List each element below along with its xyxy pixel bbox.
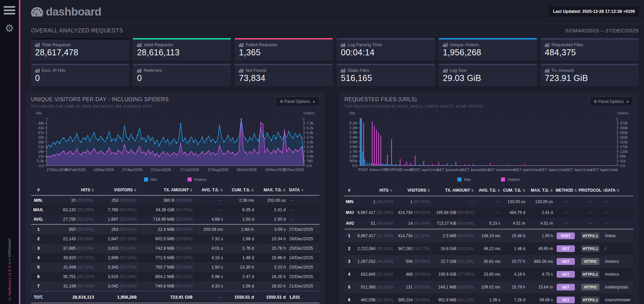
table-cell: 27/Dec/2025 bbox=[287, 224, 319, 234]
stat-card-label: Valid Requests bbox=[137, 42, 227, 47]
column-header-avg-t-s-[interactable]: AVG. T.S.⇅ bbox=[194, 185, 225, 195]
table-cell: GET bbox=[554, 255, 577, 268]
table-cell: 749.8 MiB (00.10%) bbox=[138, 281, 194, 291]
table-row[interactable]: 22,722,084 (09.51%)367,262 (18.77%)16.8 … bbox=[344, 242, 633, 255]
bar-chart-icon bbox=[443, 43, 448, 47]
table-cell: 3,042 (00.16%) bbox=[96, 281, 138, 291]
column-header-tx-amount[interactable]: TX. AMOUNT⇅ bbox=[138, 185, 194, 195]
requested-files-chart[interactable]: 0.00.0900k41k1.8M83k2.7M120k3.6M170k4.5M… bbox=[344, 116, 633, 175]
svg-text:7.0k: 7.0k bbox=[307, 121, 314, 125]
table-cell: — bbox=[554, 218, 577, 229]
table-cell: 4.18 h bbox=[502, 268, 527, 281]
stat-card-value: 73,834 bbox=[239, 73, 329, 83]
menu-icon[interactable] bbox=[4, 6, 15, 15]
table-cell: 2,722,084 (09.51%) bbox=[354, 242, 394, 255]
table-row[interactable]: 731,199 (00.11%)3,042 (00.16%)749.8 MiB … bbox=[31, 281, 319, 291]
right-axis-label: Visitors bbox=[617, 111, 628, 115]
column-header-method[interactable]: METHOD⇅ bbox=[554, 185, 577, 196]
table-cell: MIN. bbox=[344, 196, 354, 207]
table-row[interactable]: 6462,036 (01.61%)385,224 (19.69%)901.9 M… bbox=[344, 294, 633, 304]
column-header-data[interactable]: DATA▼ bbox=[287, 185, 319, 195]
table-cell: 133.00 us bbox=[502, 196, 527, 207]
protocol-badge: HTTP/1.1 bbox=[581, 232, 599, 239]
table-row[interactable]: 337,985 (00.13%)3,610 (00.18%)742.8 MiB … bbox=[31, 244, 319, 253]
table-row[interactable]: 1850 (00.00%)253 (00.01%)22.4 MiB (00.00… bbox=[31, 224, 319, 234]
table-cell: MIN. bbox=[31, 195, 46, 205]
legend-swatch bbox=[457, 177, 461, 182]
table-row[interactable]: 4632,645 (02.21%)488 (00.02%)195.9 GiB (… bbox=[344, 268, 633, 281]
gwsocket-link[interactable]: GWSocket bbox=[7, 239, 11, 257]
panel-header: UNIQUE VISITORS PER DAY - INCLUDING SPID… bbox=[31, 96, 319, 108]
table-cell: 30,820 (00.11%) bbox=[46, 253, 96, 262]
table-cell: 195.88 GiB (59.45%) bbox=[431, 207, 475, 218]
svg-text:1.8M: 1.8M bbox=[349, 154, 357, 158]
table-row[interactable]: 18,967,417 (31.34%)414,734 (21.20%)2.3 M… bbox=[344, 229, 633, 242]
table-row[interactable]: 5521,368 (01.82%)131 (00.01%)149.1 MiB (… bbox=[344, 281, 633, 294]
legend-item: Hits bbox=[457, 177, 471, 182]
column-header--[interactable]: # bbox=[344, 185, 354, 196]
column-header-hits[interactable]: HITS▼ bbox=[354, 185, 394, 196]
table-cell: 22.7 GiB (03.13%) bbox=[431, 255, 475, 268]
panel-title: REQUESTED FILES (URLS) bbox=[344, 96, 483, 103]
table-cell: 8,967,417 (31.34%) bbox=[354, 229, 394, 242]
table-row[interactable]: 31,267,032 (04.43%)508 (00.03%)22.7 GiB … bbox=[344, 255, 633, 268]
table-cell: 16.52 h bbox=[256, 281, 287, 291]
panel-options-button[interactable]: ⚙ Panel Options ▼ bbox=[276, 96, 319, 107]
column-header-cum-t-s-[interactable]: CUM. T.S.⇅ bbox=[502, 185, 527, 196]
table-cell: 149.1 MiB (00.02%) bbox=[431, 281, 475, 294]
method-badge: GET bbox=[557, 271, 575, 278]
caret-down-icon: ▼ bbox=[312, 100, 315, 104]
column-header-data[interactable]: DATA⇅ bbox=[604, 185, 633, 196]
column-header-hits[interactable]: HITS⇅ bbox=[46, 185, 96, 195]
table-cell: — bbox=[554, 207, 577, 218]
table-cell: 37,985 (00.13%) bbox=[46, 244, 96, 253]
table-row[interactable]: 635,751 (00.12%)3,515 (00.18%)854.2 MiB … bbox=[31, 272, 319, 281]
column-header-visitors[interactable]: VISITORS⇅ bbox=[394, 185, 431, 196]
protocol-badge: HTTP/2 bbox=[581, 258, 599, 265]
svg-text:210k: 210k bbox=[620, 140, 628, 144]
footer-credit: by GoAccess v1.9.4 and GWSocket bbox=[7, 239, 11, 301]
column-header-protocol[interactable]: PROTOCOL⇅ bbox=[577, 185, 604, 196]
stat-card-value: 1,956,268 bbox=[443, 48, 533, 57]
table-cell: 1.36 s bbox=[475, 294, 502, 304]
table-cell: 7.32 s bbox=[194, 234, 225, 244]
column-header-max-t-s-[interactable]: MAX. T.S.⇅ bbox=[527, 185, 554, 196]
column-header-max-t-s-[interactable]: MAX. T.S.⇅ bbox=[256, 185, 287, 195]
column-header--[interactable]: # bbox=[31, 185, 46, 195]
table-cell: 2.38 ms bbox=[225, 195, 256, 205]
gear-icon: ⚙ bbox=[280, 99, 283, 104]
goaccess-link[interactable]: GoAccess v1.9.4 bbox=[7, 266, 11, 296]
table-cell: 2.47 d bbox=[225, 272, 256, 281]
table-cell: 149.10 ms bbox=[475, 229, 502, 242]
table-cell: 1.88 d bbox=[225, 234, 256, 244]
column-header-avg-t-s-[interactable]: AVG. T.S.⇅ bbox=[475, 185, 502, 196]
table-row[interactable]: 531,946 (00.11%)3,343 (00.17%)750.7 MiB … bbox=[31, 262, 319, 272]
panel-options-button[interactable]: ⚙ Panel Options ▼ bbox=[589, 96, 633, 107]
summary-body: MIN.20 (00.00%)253 (00.01%)380 B (00.00%… bbox=[31, 195, 319, 224]
table-cell: 2,898 (00.15%) bbox=[96, 253, 138, 262]
table-cell: HTTP/2 bbox=[577, 281, 604, 294]
visitors-per-day-chart[interactable]: 0.00.05.3k78011k1.6k16k2.3k21k3.1k26k3.9… bbox=[31, 116, 319, 175]
svg-text:GET /api/v1/stat: GET /api/v1/stat bbox=[591, 168, 618, 172]
table-row[interactable]: 430,820 (00.11%)2,898 (00.15%)771.5 MiB … bbox=[31, 253, 319, 262]
table-cell: 1.48 d bbox=[225, 253, 256, 262]
table-cell: — bbox=[475, 196, 502, 207]
main-content: dashboard Last Updated: 2025-12-28 17:12… bbox=[20, 0, 644, 304]
table-cell: 4.68 s bbox=[194, 215, 225, 224]
table-cell: 713.27 KiB (00.00%) bbox=[431, 218, 475, 229]
table-cell: 3,610 (00.18%) bbox=[96, 244, 138, 253]
settings-gear-icon[interactable]: ⚙ bbox=[0, 23, 19, 33]
table-cell: 750.7 MiB (00.10%) bbox=[138, 262, 194, 272]
table-cell: 1550.51 d bbox=[256, 291, 287, 303]
stat-card-label: Total Requests bbox=[35, 42, 125, 47]
column-header-cum-t-s-[interactable]: CUM. T.S.⇅ bbox=[225, 185, 256, 195]
table-row[interactable]: 222,143 (00.08%)2,847 (00.15%)602.5 MiB … bbox=[31, 234, 319, 244]
bar-chart-icon bbox=[35, 68, 40, 73]
rows-body: 1850 (00.00%)253 (00.01%)22.4 MiB (00.00… bbox=[31, 224, 319, 303]
column-header-visitors[interactable]: VISITORS⇅ bbox=[96, 185, 138, 195]
method-badge: GET bbox=[557, 297, 575, 303]
table-cell: 6 bbox=[344, 294, 354, 304]
stat-card: Tx. Amount723.91 GiB bbox=[541, 64, 639, 86]
column-header-tx-amount[interactable]: TX. AMOUNT⇅ bbox=[431, 185, 475, 196]
svg-text:5.4k: 5.4k bbox=[307, 131, 314, 135]
